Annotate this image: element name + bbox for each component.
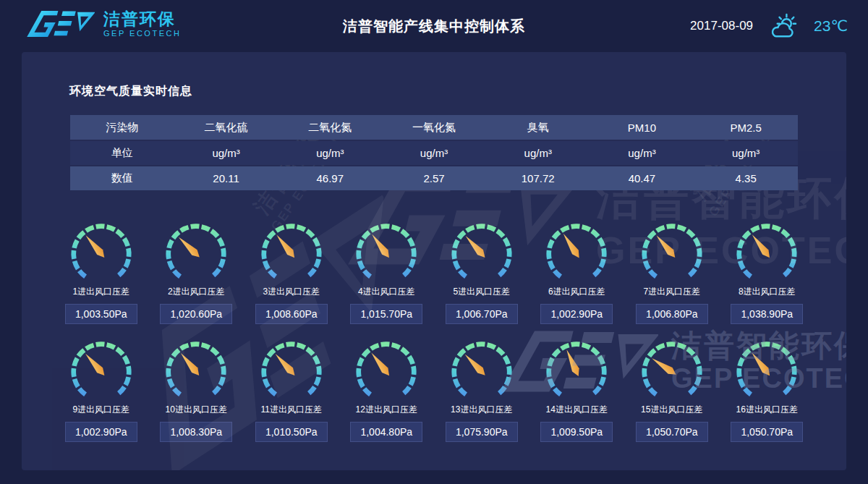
pressure-gauge: 9进出风口压差 1,002.90Pa [54,339,149,442]
logo: 洁普环保 GEP ECOTECH [25,9,181,38]
header-cell: PM2.5 [694,115,798,140]
gauge-label: 5进出风口压差 [453,286,510,298]
gauge-value: 1,038.90Pa [731,304,803,324]
gauge-needle-icon [272,352,297,378]
gauge-value: 1,003.50Pa [65,304,137,324]
header-cell: PM10 [590,115,694,140]
gauge-label: 8进出风口压差 [739,286,796,298]
pressure-gauge: 10进出风口压差 1,008.30Pa [149,339,244,442]
gauge-dial [67,221,136,284]
unit-cell: ug/m³ [486,141,590,165]
row-label-cell: 单位 [70,141,174,165]
gauge-value: 1,004.80Pa [350,422,422,442]
gauge-dial [161,339,231,402]
value-cell: 40.47 [590,166,694,190]
gauge-label: 6进出风口压差 [548,286,605,298]
gauge-label: 9进出风口压差 [72,404,129,416]
value-cell: 4.35 [694,166,798,190]
gauge-needle-icon [82,351,107,378]
unit-cell: ug/m³ [694,141,798,165]
gauge-needle-icon [368,350,392,378]
pressure-gauge: 1进出风口压差 1,003.50Pa [54,221,149,324]
gauge-needle-icon [462,352,488,378]
header-cell: 臭氧 [486,115,590,140]
value-cell: 107.72 [486,166,590,190]
pressure-gauge: 2进出风口压差 1,020.60Pa [149,221,244,324]
header-cell: 一氧化氮 [382,115,486,140]
gauge-label: 10进出风口压差 [166,404,227,416]
air-quality-table: 污染物 二氧化硫 二氧化氮 一氧化氮 臭氧 PM10 PM2.5 单位 ug/m… [70,115,798,190]
pressure-gauge: 5进出风口压差 1,006.70Pa [434,221,529,324]
gauge-value: 1,050.70Pa [636,422,708,442]
gauge-value: 1,075.90Pa [446,422,518,442]
gauge-dial [732,339,801,402]
gauge-value: 1,008.60Pa [255,304,328,324]
gauge-value: 1,010.50Pa [255,422,328,442]
temperature-label: 23℃ [814,17,848,35]
page-title: 洁普智能产线集中控制体系 [343,17,525,36]
pressure-gauge: 16进出风口压差 1,050.70Pa [720,339,815,442]
gauge-label: 15进出风口压差 [641,404,702,416]
gauge-label: 12进出风口压差 [356,404,417,416]
gauge-needle-icon [650,355,678,378]
partly-cloudy-weather-icon [767,13,799,39]
main-panel: 洁普环保 GEP ECOTECH 洁普环保 GEP ECOTECH 洁普智能环保… [22,52,846,470]
logo-text: 洁普环保 GEP ECOTECH [103,10,181,37]
gep-logo-icon [25,9,95,38]
gauge-value: 1,002.90Pa [540,304,613,324]
gauge-label: 14进出风口压差 [546,404,608,416]
logo-text-en: GEP ECOTECH [103,29,181,38]
gauge-value: 1,015.70Pa [350,304,422,324]
pressure-gauge: 15进出风口压差 1,050.70Pa [624,339,720,442]
gauge-dial [542,339,611,402]
gauge-dial [542,221,611,284]
pressure-gauge: 11进出风口压差 1,010.50Pa [244,339,339,442]
gauges-row-2: 9进出风口压差 1,002.90Pa 10进出风口压差 1,008.30Pa 1… [54,339,814,442]
header-right: 2017-08-09 23℃ [690,0,848,52]
pressure-gauge: 14进出风口压差 1,009.50Pa [529,339,625,442]
value-cell: 20.11 [174,166,278,190]
unit-cell: ug/m³ [278,141,382,165]
gauge-dial [637,339,707,402]
pressure-gauge: 3进出风口压差 1,008.60Pa [244,221,339,324]
gauge-dial [732,221,801,284]
gauge-label: 7进出风口压差 [643,286,700,298]
unit-cell: ug/m³ [590,141,694,165]
pressure-gauge: 8进出风口压差 1,038.90Pa [720,221,815,324]
pressure-gauge: 7进出风口压差 1,006.80Pa [624,221,720,324]
section-title: 环境空气质量实时信息 [69,84,846,99]
header-cell: 二氧化氮 [278,115,382,140]
pressure-gauge: 4进出风口压差 1,015.70Pa [339,221,435,324]
value-cell: 46.97 [278,166,382,190]
gauge-value: 1,050.70Pa [731,422,803,442]
gauge-needle-icon [561,232,583,260]
unit-cell: ug/m³ [174,141,278,165]
table-header-row: 污染物 二氧化硫 二氧化氮 一氧化氮 臭氧 PM10 PM2.5 [70,115,798,140]
gauge-dial [637,221,707,284]
gauge-value: 1,006.80Pa [636,304,708,324]
gauge-needle-icon [82,233,107,260]
table-value-row: 数值 20.11 46.97 2.57 107.72 40.47 4.35 [70,166,798,190]
gauge-needle-icon [749,350,773,378]
gauge-label: 3进出风口压差 [263,286,320,298]
gauge-value: 1,009.50Pa [540,422,613,442]
gauge-needle-icon [369,232,392,260]
gauge-label: 16进出风口压差 [736,404,798,416]
logo-text-cn: 洁普环保 [103,10,181,28]
gauge-label: 13进出风口压差 [451,404,512,416]
gauge-needle-icon [178,351,202,378]
table-unit-row: 单位 ug/m³ ug/m³ ug/m³ ug/m³ ug/m³ ug/m³ [70,141,798,165]
gauge-value: 1,006.70Pa [446,304,518,324]
header-bar: 洁普环保 GEP ECOTECH 洁普智能产线集中控制体系 2017-08-09… [0,0,868,52]
gauge-dial [352,221,421,284]
gauge-label: 11进出风口压差 [261,404,322,416]
gauge-value: 1,020.60Pa [160,304,232,324]
gauge-dial [447,221,516,284]
gauge-needle-icon [273,232,297,260]
header-cell: 污染物 [70,115,174,140]
gauge-dial [161,221,231,284]
gauge-dial [447,339,516,402]
gauge-needle-icon [653,233,678,260]
gauges-row-1: 1进出风口压差 1,003.50Pa 2进出风口压差 1,020.60Pa 3进… [54,221,814,324]
value-cell: 2.57 [382,166,486,190]
